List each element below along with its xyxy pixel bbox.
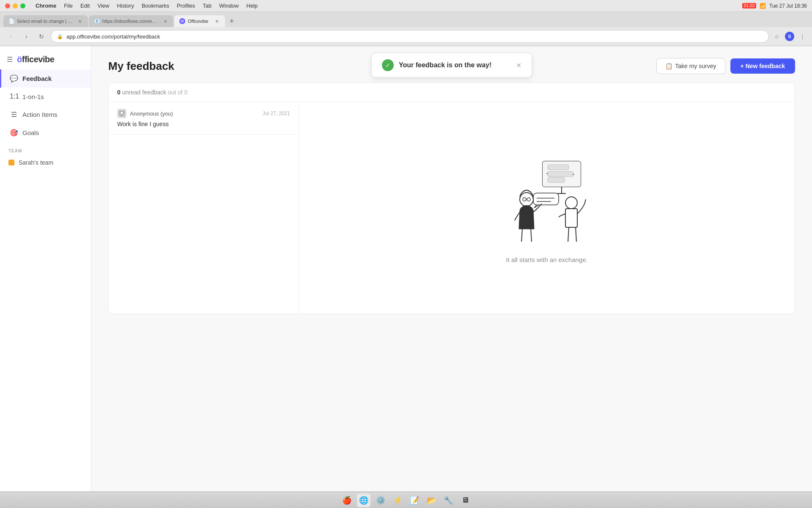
dock-vscode[interactable]: ⚡ [391,494,404,507]
menu-bookmarks[interactable]: Bookmarks [142,3,169,9]
feedback-avatar [117,109,126,118]
browser-tab-3[interactable]: O Officevibe ✕ [174,15,225,27]
svg-point-1 [121,112,123,114]
app-layout: ☰ öfficevibe 💬 Feedback 1:1 1-on-1s ☰ Ac… [0,46,812,491]
minimize-dot[interactable] [13,3,18,8]
unread-label: unread feedback [122,89,168,96]
dock-chrome[interactable]: 🌐 [357,494,370,507]
sidebar-header: ☰ öfficevibe [0,50,91,69]
svg-line-17 [585,199,586,203]
back-button[interactable]: ‹ [5,30,17,42]
dock-system[interactable]: 🖥 [458,494,472,507]
sidebar-toggle-icon[interactable]: ☰ [7,55,13,64]
tab-title-2: https://inboxflows.com/emails/ [102,19,160,24]
feedback-item-0[interactable]: Anonymous (you) Jul 27, 2021 Work is fin… [109,102,299,135]
feedback-area: 0 unread feedback out of 0 [108,83,795,314]
battery-indicator: 01:03 [742,3,756,8]
tab-close-2[interactable]: ✕ [162,18,168,24]
menu-view[interactable]: View [97,3,109,9]
menu-window[interactable]: Window [219,3,239,9]
browser-menu-button[interactable]: ⋮ [798,32,807,41]
url-text: app.officevibe.com/portal/my/feedback [66,33,763,40]
svg-point-10 [523,198,526,201]
dock-notes[interactable]: 📝 [408,494,421,507]
menu-help[interactable]: Help [247,3,258,9]
new-tab-button[interactable]: + [226,15,238,27]
browser-toolbar-right: ☆ S ⋮ [772,32,807,41]
mac-window-controls[interactable] [5,3,25,8]
address-bar-row: ‹ › ↻ 🔒 app.officevibe.com/portal/my/fee… [0,27,812,46]
one-on-ones-icon: 1:1 [10,93,18,100]
sidebar-label-action-items: Action Items [22,111,58,118]
survey-icon: 📋 [665,63,672,69]
tab-close-1[interactable]: ✕ [77,18,83,24]
feedback-out-of: out of 0 [168,89,188,96]
maximize-dot[interactable] [20,3,25,8]
menu-history[interactable]: History [117,3,134,9]
reload-button[interactable]: ↻ [36,30,47,42]
take-survey-button[interactable]: 📋 Take my survey [656,58,725,74]
menu-tab[interactable]: Tab [203,3,211,9]
svg-line-19 [576,227,576,242]
sidebar-item-one-on-ones[interactable]: 1:1 1-on-1s [0,88,91,105]
tab-title-1: Select email to change | Djang... [17,19,74,24]
dock-terminal[interactable]: ⚙️ [374,494,387,507]
mac-titlebar: Chrome File Edit View History Bookmarks … [0,0,812,12]
sidebar-item-feedback[interactable]: 💬 Feedback [0,69,91,88]
svg-rect-16 [565,209,577,227]
menu-edit[interactable]: Edit [80,3,90,9]
notification-success-icon: ✓ [382,59,394,71]
header-actions: 📋 Take my survey + New feedback [656,58,795,74]
svg-rect-8 [548,177,565,182]
team-color-dot [8,160,14,166]
feedback-layout: Anonymous (you) Jul 27, 2021 Work is fin… [109,102,795,314]
notification-text: Your feedback is on the way! [399,61,511,69]
new-feedback-label: + New feedback [741,63,785,69]
address-bar[interactable]: 🔒 app.officevibe.com/portal/my/feedback [51,30,769,43]
menu-file[interactable]: File [64,3,73,9]
tab-title-3: Officevibe [188,19,211,24]
system-clock: Tue 27 Jul 18:36 [769,3,807,9]
menu-chrome[interactable]: Chrome [36,3,56,9]
team-name: Sarah's team [19,159,53,166]
author-name: Anonymous (you) [130,110,173,117]
dock-tools[interactable]: 🔧 [442,494,455,507]
forward-button[interactable]: › [20,30,32,42]
svg-point-11 [527,198,530,201]
mac-status-bar: 01:03 📶 Tue 27 Jul 18:36 [742,3,807,9]
svg-rect-20 [533,193,559,205]
mac-dock: 🍎 🌐 ⚙️ ⚡ 📝 📂 🔧 🖥 [0,491,812,508]
sidebar-item-action-items[interactable]: ☰ Action Items [0,105,91,124]
browser-tab-2[interactable]: 📧 https://inboxflows.com/emails/ ✕ [89,15,173,27]
illustration-caption: It all starts with an exchange. [506,256,587,263]
sidebar-label-feedback: Feedback [22,75,52,82]
feedback-list: Anonymous (you) Jul 27, 2021 Work is fin… [109,102,299,314]
dock-files[interactable]: 📂 [425,494,438,507]
notification-close-button[interactable]: ✕ [516,61,521,69]
feedback-icon: 💬 [10,75,18,83]
tab-favicon-2: 📧 [94,18,100,24]
mac-menu-bar: Chrome File Edit View History Bookmarks … [36,3,258,9]
browser-tab-1[interactable]: 📄 Select email to change | Djang... ✕ [3,15,88,27]
new-feedback-button[interactable]: + New feedback [730,58,795,74]
tab-bar: 📄 Select email to change | Djang... ✕ 📧 … [0,12,812,27]
officevibe-favicon: O [179,18,185,24]
dock-finder[interactable]: 🍎 [340,494,354,507]
feedback-date: Jul 27, 2021 [263,110,290,116]
sidebar-item-goals[interactable]: 🎯 Goals [0,124,91,142]
unread-count: 0 [117,89,121,96]
svg-line-18 [568,227,569,242]
sidebar: ☰ öfficevibe 💬 Feedback 1:1 1-on-1s ☰ Ac… [0,46,91,491]
browser-chrome: 📄 Select email to change | Djang... ✕ 📧 … [0,12,812,46]
bookmark-button[interactable]: ☆ [772,32,782,41]
menu-profiles[interactable]: Profiles [177,3,195,9]
tab-close-3[interactable]: ✕ [214,18,220,24]
take-survey-label: Take my survey [675,63,716,69]
feedback-author: Anonymous (you) [117,109,173,118]
tab-favicon-1: 📄 [8,18,14,24]
close-dot[interactable] [5,3,10,8]
feedback-text: Work is fine I guess [117,121,290,127]
sidebar-item-team[interactable]: Sarah's team [0,155,91,170]
profile-button[interactable]: S [785,32,794,41]
svg-point-15 [565,197,577,209]
